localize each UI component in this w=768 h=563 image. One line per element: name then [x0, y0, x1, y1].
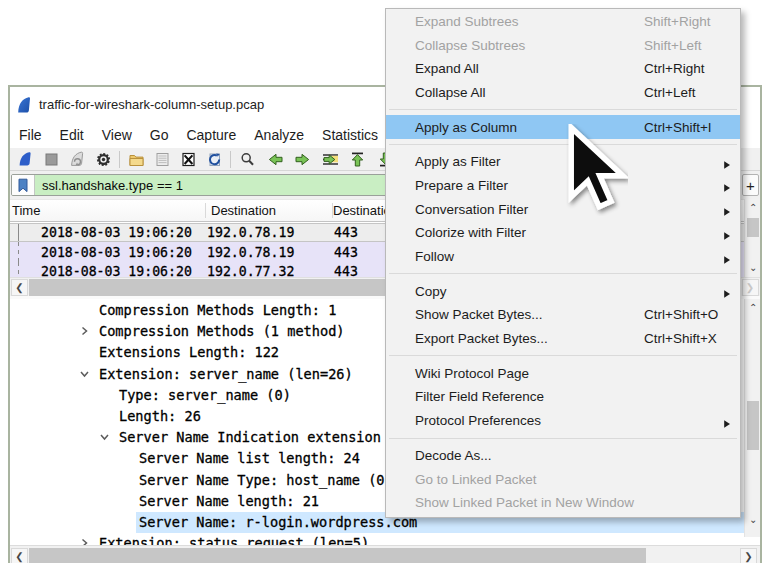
menu-item-expand-all[interactable]: Expand AllCtrl+Right	[386, 57, 740, 81]
menu-item-label: Wiki Protocol Page	[415, 366, 529, 381]
scroll-down-button[interactable]: ⌄	[749, 263, 757, 273]
tree-expanded-icon[interactable]	[80, 369, 89, 378]
submenu-arrow-icon	[723, 228, 731, 237]
scroll-down-button[interactable]: ⌄	[749, 515, 757, 525]
menubar-item-edit[interactable]: Edit	[51, 123, 93, 147]
menu-item-export-packet-bytes[interactable]: Export Packet Bytes...Ctrl+Shift+X	[386, 327, 740, 351]
restart-capture-icon[interactable]	[64, 149, 90, 170]
detail-row-text: Server Name Type: host_name (0)	[139, 469, 393, 490]
scroll-right-button[interactable]: ❯	[742, 279, 759, 296]
cell-port: 443	[334, 262, 358, 277]
menu-item-go-to-linked-packet[interactable]: Go to Linked Packet	[386, 467, 740, 491]
menu-item-collapse-all[interactable]: Collapse AllCtrl+Left	[386, 81, 740, 105]
menu-item-copy[interactable]: Copy	[386, 279, 740, 303]
menu-item-colorize-with-filter[interactable]: Colorize with Filter	[386, 221, 740, 245]
capture-options-icon[interactable]	[90, 149, 116, 170]
related-packet-indicator	[18, 242, 19, 261]
menu-item-shortcut: Shift+Left	[644, 38, 701, 53]
menu-item-apply-as-column[interactable]: Apply as ColumnCtrl+Shift+I	[386, 115, 740, 139]
detail-row-text: Server Name Indication extension	[119, 427, 381, 448]
related-packet-indicator	[18, 262, 19, 277]
menu-item-label: Apply as Filter	[415, 154, 501, 169]
menubar-item-statistics[interactable]: Statistics	[313, 123, 387, 147]
detail-row-text: Compression Methods Length: 1	[99, 300, 336, 321]
menu-item-shortcut: Ctrl+Shift+X	[644, 331, 717, 346]
detail-row-text: Server Name: r-login.wordpress.com	[139, 512, 417, 533]
menu-item-decode-as[interactable]: Decode As...	[386, 444, 740, 468]
go-forward-icon[interactable]	[289, 149, 317, 170]
menu-item-apply-as-filter[interactable]: Apply as Filter	[386, 150, 740, 174]
details-vscrollbar[interactable]: ⌃ ⌄	[744, 299, 760, 537]
save-file-icon[interactable]	[149, 149, 175, 170]
menu-item-wiki-protocol-page[interactable]: Wiki Protocol Page	[386, 361, 740, 385]
submenu-arrow-icon	[723, 205, 731, 214]
menu-item-protocol-preferences[interactable]: Protocol Preferences	[386, 409, 740, 433]
vscroll-thumb[interactable]	[747, 401, 759, 450]
vscroll-thumb[interactable]	[747, 218, 759, 237]
menu-item-show-linked-packet-in-new-window[interactable]: Show Linked Packet in New Window	[386, 491, 740, 515]
tree-collapsed-icon[interactable]	[80, 327, 89, 336]
packet-list-vscrollbar[interactable]: ⌃ ⌄	[744, 199, 760, 277]
menu-item-conversation-filter[interactable]: Conversation Filter	[386, 197, 740, 221]
column-divider[interactable]	[205, 203, 206, 218]
start-capture-icon[interactable]	[12, 149, 38, 170]
menubar-item-analyze[interactable]: Analyze	[245, 123, 313, 147]
filter-add-button[interactable]: +	[742, 174, 759, 196]
menu-item-shortcut: Ctrl+Left	[644, 85, 695, 100]
wireshark-logo-icon	[16, 95, 33, 115]
window-title: traffic-for-wireshark-column-setup.pcap	[39, 97, 264, 112]
menubar-item-view[interactable]: View	[93, 123, 141, 147]
filter-bookmark-button[interactable]	[12, 175, 35, 195]
menubar-item-capture[interactable]: Capture	[177, 123, 245, 147]
reload-file-icon[interactable]	[201, 149, 227, 170]
menu-item-label: Copy	[415, 284, 447, 299]
menu-item-collapse-subtrees[interactable]: Collapse SubtreesShift+Left	[386, 33, 740, 57]
cell-time: 2018-08-03 19:06:20	[41, 242, 192, 261]
menu-item-filter-field-reference[interactable]: Filter Field Reference	[386, 385, 740, 409]
cell-time: 2018-08-03 19:06:20	[41, 262, 192, 277]
toolbar-separator	[230, 151, 231, 168]
menubar-item-file[interactable]: File	[10, 123, 51, 147]
detail-row-text: Extensions Length: 122	[99, 342, 279, 363]
stop-capture-icon[interactable]	[38, 149, 64, 170]
menu-separator	[389, 144, 737, 145]
menubar-item-go[interactable]: Go	[141, 123, 178, 147]
close-file-icon[interactable]	[175, 149, 201, 170]
chevron-left-icon: ❮	[15, 283, 23, 293]
menu-item-prepare-a-filter[interactable]: Prepare a Filter	[386, 174, 740, 198]
column-header-destination[interactable]: Destination	[211, 200, 276, 221]
menu-item-follow[interactable]: Follow	[386, 245, 740, 269]
menu-item-label: Apply as Column	[415, 120, 517, 135]
scroll-up-button[interactable]: ⌃	[749, 303, 757, 313]
scroll-up-button[interactable]: ⌃	[749, 203, 757, 213]
menu-item-label: Collapse All	[415, 85, 486, 100]
submenu-arrow-icon	[723, 252, 731, 261]
scroll-right-button[interactable]: ❯	[740, 548, 757, 563]
hscroll-thumb[interactable]	[29, 548, 646, 563]
scroll-left-button[interactable]: ❮	[11, 548, 28, 563]
menu-item-label: Show Packet Bytes...	[415, 307, 543, 322]
menu-separator	[389, 438, 737, 439]
menu-item-expand-subtrees[interactable]: Expand SubtreesShift+Right	[386, 10, 740, 34]
desktop: traffic-for-wireshark-column-setup.pcap …	[0, 0, 768, 563]
menu-separator	[389, 109, 737, 110]
chevron-down-icon: ⌄	[749, 514, 757, 525]
detail-row-text: Compression Methods (1 method)	[99, 321, 345, 342]
menu-item-shortcut: Shift+Right	[644, 14, 710, 29]
chevron-down-icon: ⌄	[749, 262, 757, 273]
detail-row[interactable]: Extension: status_request (len=5)	[10, 533, 744, 545]
go-to-packet-icon[interactable]	[317, 149, 345, 170]
column-divider[interactable]	[332, 203, 333, 218]
open-file-icon[interactable]	[123, 149, 149, 170]
details-hscrollbar[interactable]: ❮ ❯	[10, 545, 760, 563]
column-header-time[interactable]: Time	[12, 200, 40, 221]
go-back-icon[interactable]	[262, 149, 290, 170]
go-to-top-icon[interactable]	[344, 149, 372, 170]
tree-expanded-icon[interactable]	[100, 433, 109, 442]
detail-row-text: Extension: server_name (len=26)	[99, 363, 353, 384]
menu-item-show-packet-bytes[interactable]: Show Packet Bytes...Ctrl+Shift+O	[386, 303, 740, 327]
cell-destination: 192.0.78.19	[207, 224, 294, 241]
scroll-left-button[interactable]: ❮	[11, 279, 28, 296]
find-packet-icon[interactable]	[234, 149, 262, 170]
toolbar-separator	[119, 151, 120, 168]
